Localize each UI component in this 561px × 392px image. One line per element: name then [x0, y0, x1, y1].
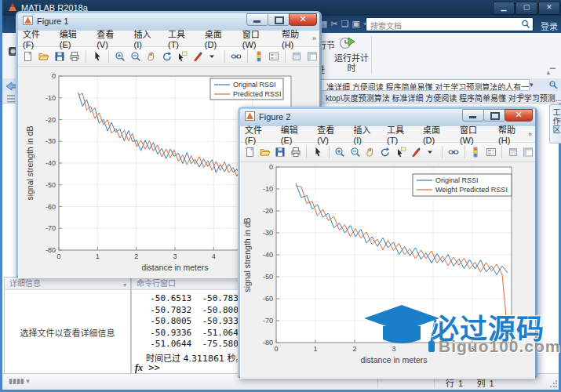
show-plot-tools-icon[interactable]	[305, 49, 319, 64]
resize-grip[interactable]	[549, 380, 557, 388]
figure2-minimize-button[interactable]	[462, 109, 484, 122]
workspace-collapsed-tab[interactable]: 工作区	[549, 104, 561, 143]
command-prompt[interactable]: >>	[148, 362, 159, 373]
status-detail-icon[interactable]: ▮▮▮▮ ▾	[9, 377, 30, 385]
open-folder-icon[interactable]	[37, 49, 51, 64]
pan-icon[interactable]	[363, 145, 377, 159]
insert-colorbar-icon[interactable]	[252, 49, 266, 64]
details-collapse-icon[interactable]: ▾	[123, 279, 126, 291]
show-plot-tools-icon[interactable]	[522, 145, 535, 159]
menu-item-0[interactable]: 文件(F)	[245, 123, 271, 145]
main-maximize-button[interactable]: ▢	[515, 2, 537, 15]
brush-icon[interactable]	[410, 145, 423, 159]
toolbar-separator	[108, 50, 109, 63]
save-icon[interactable]	[274, 145, 287, 159]
svg-text:1: 1	[96, 252, 100, 260]
svg-text:-60: -60	[263, 295, 273, 303]
hide-plot-tools-icon[interactable]	[290, 49, 304, 64]
svg-text:Original RSSI: Original RSSI	[233, 81, 276, 89]
print-icon[interactable]	[67, 49, 82, 64]
search-icon[interactable]	[521, 19, 530, 31]
svg-text:-80: -80	[46, 246, 56, 254]
menu-item-5[interactable]: 桌面(D)	[205, 27, 232, 49]
cut-icon[interactable]: ✂	[330, 18, 337, 29]
insert-legend-icon[interactable]	[268, 49, 282, 64]
figure1-toolbar	[18, 47, 319, 67]
svg-text:-10: -10	[46, 94, 56, 102]
brush-icon[interactable]	[191, 49, 205, 64]
pointer-icon[interactable]	[311, 145, 324, 159]
save-icon[interactable]	[53, 49, 67, 64]
open-folder-icon[interactable]	[258, 145, 271, 159]
figure2-close-button[interactable]: ✕	[505, 109, 533, 122]
menu-item-0[interactable]: 文件(F)	[23, 27, 49, 49]
address-dropdown-icon[interactable]: ▾	[530, 81, 534, 89]
desktop: MATLAB R2018a ▁ ▢ ✕ ▦✂❏▣↶↷⎈?▾ 搜索文档 登录 行节…	[0, 0, 561, 392]
zoom-out-icon[interactable]	[348, 145, 362, 159]
zoom-in-icon[interactable]	[113, 49, 127, 64]
pan-icon[interactable]	[144, 49, 158, 64]
figure1-menubar: 文件(F)编辑(E)查看(V)插入(I)工具(T)桌面(D)窗口(W)帮助(H)…	[18, 31, 319, 47]
menu-item-2[interactable]: 查看(V)	[97, 27, 123, 49]
minimize-ribbon-icon[interactable]: ▴▔	[547, 68, 556, 76]
figure1-minimize-button[interactable]	[246, 13, 268, 26]
caret-icon[interactable]	[206, 49, 220, 64]
run-and-time-button[interactable]: 运行并计时	[334, 53, 369, 74]
link-plot-icon[interactable]	[446, 145, 460, 159]
main-close-button[interactable]: ✕	[538, 2, 560, 15]
paste-icon[interactable]: ▣	[352, 18, 360, 29]
menu-item-3[interactable]: 插入(I)	[134, 27, 158, 49]
new-document-icon[interactable]	[21, 49, 35, 64]
watermark-en-text: Biguo100.com	[439, 337, 561, 356]
caret-icon[interactable]	[424, 145, 438, 159]
menu-item-6[interactable]: 窗口(W)	[242, 27, 271, 49]
menu-overflow-icon[interactable]: »	[528, 130, 532, 138]
doc-list-icon[interactable]	[6, 92, 16, 106]
run-and-time-icon[interactable]	[338, 34, 355, 53]
print-icon[interactable]	[289, 145, 302, 159]
data-cursor-icon[interactable]	[394, 145, 407, 159]
data-cursor-icon[interactable]	[175, 49, 189, 64]
pointer-icon[interactable]	[90, 49, 104, 64]
svg-text:-30: -30	[46, 137, 56, 145]
menu-item-4[interactable]: 工具(T)	[387, 123, 413, 145]
signin-link[interactable]: 登录	[541, 20, 558, 32]
figure1-maximize-button[interactable]	[268, 13, 290, 26]
doc-close-icon[interactable]: ×	[533, 91, 537, 100]
svg-text:signal strength in dB: signal strength in dB	[25, 125, 35, 200]
biguo-watermark: 必过源码 Biguo100.com	[362, 300, 551, 367]
doc-menu-icon[interactable]: ⊙	[518, 92, 524, 100]
menu-item-6[interactable]: 窗口(W)	[460, 123, 488, 145]
zoom-out-icon[interactable]	[129, 49, 143, 64]
toolbar-separator	[442, 146, 443, 158]
workspace-tab-label: 工作区	[550, 108, 561, 134]
new-document-icon[interactable]	[243, 145, 257, 159]
zoom-in-icon[interactable]	[333, 145, 347, 159]
insert-colorbar-icon[interactable]	[469, 145, 483, 159]
svg-text:0: 0	[274, 345, 278, 353]
menu-item-1[interactable]: 编辑(E)	[60, 27, 86, 49]
menu-item-7[interactable]: 帮助(H)	[498, 123, 525, 145]
figure1-close-button[interactable]: ✕	[289, 13, 317, 26]
document-bar-text: ktop\灰度预测算法 标准详细 方便阅读 程序简单易懂 对于学习预测...	[326, 92, 561, 103]
doc-search-field[interactable]: 搜索文档	[366, 17, 534, 31]
link-plot-icon[interactable]	[229, 49, 243, 64]
menu-item-7[interactable]: 帮助(H)	[282, 27, 309, 49]
svg-text:-30: -30	[263, 229, 273, 237]
rotate-3d-icon[interactable]	[160, 49, 174, 64]
svg-text:3: 3	[173, 252, 177, 260]
rotate-3d-icon[interactable]	[379, 145, 392, 159]
menu-item-5[interactable]: 桌面(D)	[423, 123, 450, 145]
copy-icon[interactable]: ❏	[341, 18, 349, 29]
insert-legend-icon[interactable]	[484, 145, 497, 159]
hide-plot-tools-icon[interactable]	[506, 145, 519, 159]
menu-item-2[interactable]: 查看(V)	[317, 123, 343, 145]
main-minimize-button[interactable]: ▁	[493, 2, 515, 15]
menu-item-3[interactable]: 插入(I)	[354, 123, 377, 145]
menu-item-1[interactable]: 编辑(E)	[281, 123, 307, 145]
figure2-maximize-button[interactable]	[483, 109, 505, 122]
menu-overflow-icon[interactable]: »	[312, 34, 316, 42]
menu-item-4[interactable]: 工具(T)	[168, 27, 195, 49]
address-text: 准详细 方便阅读 程序简单易懂 对于学习预测算法的人有一定的帮助	[326, 81, 530, 91]
details-panel-header[interactable]: 详细信息 ▾	[5, 278, 130, 290]
